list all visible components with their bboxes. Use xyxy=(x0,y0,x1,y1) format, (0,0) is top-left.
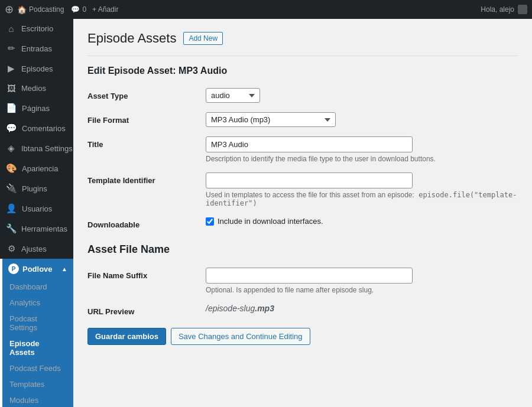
file-format-label: File Format xyxy=(87,112,206,127)
downloadable-description: Include in download interfaces. xyxy=(218,217,323,226)
title-input[interactable] xyxy=(206,136,413,152)
title-content: Description to identify the media file t… xyxy=(206,136,518,163)
sidebar-item-comentarios[interactable]: 💬 Comentarios xyxy=(0,118,73,138)
ibtana-icon: ◈ xyxy=(6,143,17,154)
save-continue-button[interactable]: Save Changes and Continue Editing xyxy=(171,328,310,345)
sidebar-item-herramientas[interactable]: 🔧 Herramientas xyxy=(0,219,73,239)
downloadable-content: Include in download interfaces. xyxy=(206,217,518,229)
file-name-suffix-input[interactable] xyxy=(206,268,413,284)
comments-link[interactable]: 💬 0 xyxy=(71,5,86,14)
sidebar-item-plugins[interactable]: 🔌 Plugins xyxy=(0,178,73,198)
edit-section-title: Edit Episode Asset: MP3 Audio xyxy=(87,66,518,79)
sidebar-sub-item-podcast-feeds[interactable]: Podcast Feeds xyxy=(2,360,73,376)
sidebar-sub-item-modules[interactable]: Modules xyxy=(2,392,73,407)
template-identifier-label: Template Identifier xyxy=(87,172,206,207)
sidebar-sub-item-analytics[interactable]: Analytics xyxy=(2,295,73,311)
downloadable-checkbox[interactable] xyxy=(206,217,214,226)
home-icon: 🏠 xyxy=(17,5,27,14)
downloadable-checkbox-row: Include in download interfaces. xyxy=(206,217,518,226)
podlove-sub-menu: Dashboard Analytics Podcast Settings Epi… xyxy=(2,279,73,407)
url-preview-row: URL Preview /episode-slug.mp3 xyxy=(87,304,518,316)
sidebar-item-episodes[interactable]: ▶ Episodes xyxy=(0,58,73,79)
title-description: Description to identify the media file t… xyxy=(206,155,518,163)
sidebar-item-entradas[interactable]: ✏ Entradas xyxy=(0,38,73,58)
file-format-content: MP3 Audio (mp3) OGG Audio (ogg) AAC Audi… xyxy=(206,112,518,127)
title-row: Title Description to identify the media … xyxy=(87,136,518,163)
ajustes-icon: ⚙ xyxy=(6,243,17,254)
apariencia-icon: 🎨 xyxy=(6,163,17,174)
template-identifier-description: Used in templates to access the file for… xyxy=(206,191,518,207)
downloadable-label: Downloadable xyxy=(87,217,206,229)
medios-icon: 🖼 xyxy=(6,83,17,93)
avatar xyxy=(518,5,527,14)
add-new-button[interactable]: Add New xyxy=(183,32,223,45)
sidebar-sub-item-episode-assets[interactable]: Episode Assets xyxy=(2,336,73,360)
main-content: Episode Assets Add New Edit Episode Asse… xyxy=(73,19,532,407)
file-name-suffix-content: Optional. Is appended to file name after… xyxy=(206,268,518,294)
sidebar-item-medios[interactable]: 🖼 Medios xyxy=(0,79,73,98)
sidebar-sub-item-dashboard[interactable]: Dashboard xyxy=(2,279,73,295)
escritorio-icon: ⌂ xyxy=(6,24,17,34)
usuarios-icon: 👤 xyxy=(6,203,17,214)
sidebar-item-usuarios[interactable]: 👤 Usuarios xyxy=(0,198,73,219)
topbar: ⊕ 🏠 Podcasting 💬 0 + Añadir Hola, alejo xyxy=(0,0,532,19)
save-button[interactable]: Guardar cambios xyxy=(87,328,166,345)
sidebar-item-apariencia[interactable]: 🎨 Apariencia xyxy=(0,158,73,178)
sidebar-item-podlove-header[interactable]: P Podlove ▲ xyxy=(2,259,73,279)
podlove-expand-icon: ▲ xyxy=(61,266,67,272)
site-name[interactable]: 🏠 Podcasting xyxy=(17,5,64,14)
template-identifier-row: Template Identifier Used in templates to… xyxy=(87,172,518,207)
comment-icon: 💬 xyxy=(71,5,80,14)
sidebar-item-ibtana[interactable]: ◈ Ibtana Settings xyxy=(0,138,73,158)
page-title: Episode Assets xyxy=(87,31,176,46)
button-row: Guardar cambios Save Changes and Continu… xyxy=(87,328,518,345)
sidebar-item-ajustes[interactable]: ⚙ Ajustes xyxy=(0,239,73,259)
downloadable-row: Downloadable Include in download interfa… xyxy=(87,217,518,229)
paginas-icon: 📄 xyxy=(6,103,17,113)
file-name-suffix-description: Optional. Is appended to file name after… xyxy=(206,286,518,294)
file-name-suffix-label: File Name Suffix xyxy=(87,268,206,294)
asset-type-select[interactable]: audio video chapter transcript xyxy=(206,88,260,103)
comentarios-icon: 💬 xyxy=(6,123,17,134)
sidebar-item-escritorio[interactable]: ⌂ Escritorio xyxy=(0,19,73,38)
wp-logo-icon: ⊕ xyxy=(5,3,14,16)
file-format-select[interactable]: MP3 Audio (mp3) OGG Audio (ogg) AAC Audi… xyxy=(206,112,336,127)
page-header: Episode Assets Add New xyxy=(87,31,518,46)
url-preview-value: /episode-slug.mp3 xyxy=(206,304,274,313)
podlove-icon: P xyxy=(8,263,19,274)
template-identifier-content: Used in templates to access the file for… xyxy=(206,172,518,207)
sidebar: ⌂ Escritorio ✏ Entradas ▶ Episodes 🖼 Med… xyxy=(0,19,73,407)
asset-file-name-title: Asset File Name xyxy=(87,243,518,256)
herramientas-icon: 🔧 xyxy=(6,223,17,234)
podlove-section: P Podlove ▲ Dashboard Analytics Podcast … xyxy=(0,259,73,407)
file-format-row: File Format MP3 Audio (mp3) OGG Audio (o… xyxy=(87,112,518,127)
plugins-icon: 🔌 xyxy=(6,183,17,194)
add-new-link[interactable]: + Añadir xyxy=(92,5,118,14)
entradas-icon: ✏ xyxy=(6,43,17,54)
template-identifier-input[interactable] xyxy=(206,172,413,188)
asset-type-label: Asset Type xyxy=(87,88,206,103)
episodes-icon: ▶ xyxy=(6,63,17,74)
title-label: Title xyxy=(87,136,206,163)
sidebar-sub-item-podcast-settings[interactable]: Podcast Settings xyxy=(2,311,73,336)
asset-type-row: Asset Type audio video chapter transcrip… xyxy=(87,88,518,103)
hello-text: Hola, alejo xyxy=(481,5,514,14)
sidebar-sub-item-templates[interactable]: Templates xyxy=(2,376,73,392)
url-preview-content: /episode-slug.mp3 xyxy=(206,304,518,316)
url-preview-label: URL Preview xyxy=(87,304,206,316)
file-name-suffix-row: File Name Suffix Optional. Is appended t… xyxy=(87,268,518,294)
sidebar-item-paginas[interactable]: 📄 Páginas xyxy=(0,98,73,118)
asset-type-content: audio video chapter transcript xyxy=(206,88,518,103)
